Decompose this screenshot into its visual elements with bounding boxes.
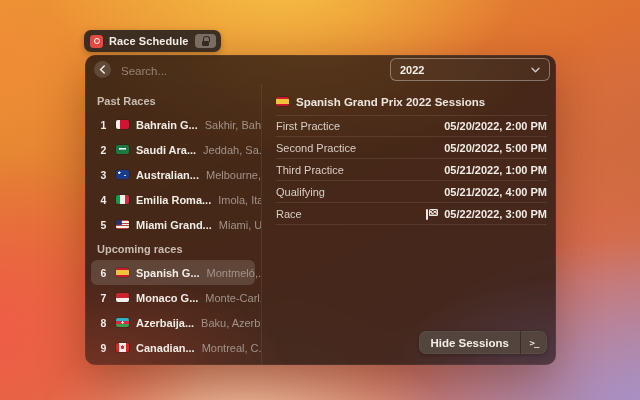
race-row[interactable]: 2Saudi Ara...Jeddah, Sa...: [91, 137, 255, 162]
sessions-panel: Spanish Grand Prix 2022 Sessions First P…: [262, 84, 556, 365]
race-name: Canadian...: [136, 342, 195, 354]
checkered-flag-icon: [425, 209, 439, 220]
country-flag-monaco: [116, 293, 129, 302]
race-location: Sakhir, Bahr...: [205, 119, 262, 131]
session-time: 05/20/2022, 5:00 PM: [444, 142, 547, 154]
country-flag-spain: [276, 97, 289, 106]
race-number: 5: [97, 219, 110, 231]
race-number: 6: [97, 267, 110, 279]
race-row[interactable]: 5Miami Grand...Miami, USA: [91, 212, 255, 237]
terminal-button[interactable]: >_: [520, 331, 547, 354]
race-name: Spanish G...: [136, 267, 200, 279]
country-flag-usa: [116, 220, 129, 229]
country-flag-azerbaijan: [116, 318, 129, 327]
session-label: Race: [276, 208, 302, 220]
race-row[interactable]: 3Australian...Melbourne,...: [91, 162, 255, 187]
search-placeholder: Search...: [121, 65, 167, 77]
session-label: Qualifying: [276, 186, 325, 198]
terminal-prompt-icon: >_: [530, 338, 539, 348]
chevron-down-icon: [531, 67, 540, 73]
race-number: 8: [97, 317, 110, 329]
race-row[interactable]: 7Monaco G...Monte-Carl...: [91, 285, 255, 310]
footer-button-group: Hide Sessions >_: [419, 331, 547, 354]
session-label: Third Practice: [276, 164, 344, 176]
session-row: Race05/22/2022, 3:00 PM: [276, 203, 547, 225]
session-label: Second Practice: [276, 142, 356, 154]
race-number: 9: [97, 342, 110, 354]
race-number: 2: [97, 144, 110, 156]
session-row: Third Practice05/21/2022, 1:00 PM: [276, 159, 547, 181]
session-time: 05/22/2022, 3:00 PM: [425, 208, 547, 220]
race-number: 7: [97, 292, 110, 304]
session-time: 05/20/2022, 2:00 PM: [444, 120, 547, 132]
chevron-left-icon: [99, 65, 106, 74]
country-flag-australia: [116, 170, 129, 179]
race-location: Melbourne,...: [206, 169, 262, 181]
race-number: 3: [97, 169, 110, 181]
session-time: 05/21/2022, 4:00 PM: [444, 186, 547, 198]
race-list: Past Races1Bahrain G...Sakhir, Bahr...2S…: [85, 84, 262, 365]
session-time: 05/21/2022, 1:00 PM: [444, 164, 547, 176]
sessions-header: Spanish Grand Prix 2022 Sessions: [276, 91, 547, 112]
race-row[interactable]: 8Azerbaija...Baku, Azerb...: [91, 310, 255, 335]
race-row[interactable]: 4Emilia Roma...Imola, Italy: [91, 187, 255, 212]
year-dropdown[interactable]: 2022: [390, 58, 550, 81]
topbar: Search... 2022: [85, 55, 556, 84]
race-number: 1: [97, 119, 110, 131]
year-dropdown-value: 2022: [400, 64, 531, 76]
race-location: Imola, Italy: [218, 194, 262, 206]
lock-icon[interactable]: [195, 34, 216, 48]
race-name: Saudi Ara...: [136, 144, 196, 156]
race-schedule-window: Search... 2022 Past Races1Bahrain G...Sa…: [85, 55, 556, 365]
race-location: Monte-Carl...: [205, 292, 262, 304]
race-name: Azerbaija...: [136, 317, 194, 329]
race-location: Montreal, C...: [202, 342, 262, 354]
section-label: Upcoming races: [85, 237, 261, 260]
race-location: Jeddah, Sa...: [203, 144, 262, 156]
country-flag-bahrain: [116, 120, 129, 129]
race-location: Miami, USA: [219, 219, 262, 231]
session-row: Qualifying05/21/2022, 4:00 PM: [276, 181, 547, 203]
race-name: Bahrain G...: [136, 119, 198, 131]
app-tab[interactable]: Race Schedule: [84, 30, 221, 52]
country-flag-saudi-arabia: [116, 145, 129, 154]
race-name: Australian...: [136, 169, 199, 181]
sessions-title: Spanish Grand Prix 2022 Sessions: [296, 96, 485, 108]
race-location: Baku, Azerb...: [201, 317, 262, 329]
session-row: Second Practice05/20/2022, 5:00 PM: [276, 137, 547, 159]
race-row[interactable]: 1Bahrain G...Sakhir, Bahr...: [91, 112, 255, 137]
session-row: First Practice05/20/2022, 2:00 PM: [276, 115, 547, 137]
race-row[interactable]: 9Canadian...Montreal, C...: [91, 335, 255, 360]
race-name: Emilia Roma...: [136, 194, 211, 206]
section-label: Past Races: [85, 89, 261, 112]
session-label: First Practice: [276, 120, 340, 132]
race-name: Monaco G...: [136, 292, 198, 304]
app-tab-title: Race Schedule: [109, 35, 189, 47]
race-row[interactable]: 6Spanish G...Montmeló,...: [91, 260, 255, 285]
back-button[interactable]: [94, 61, 111, 78]
session-list: First Practice05/20/2022, 2:00 PMSecond …: [276, 115, 547, 225]
record-icon: [90, 35, 103, 48]
hide-sessions-button[interactable]: Hide Sessions: [419, 331, 520, 354]
country-flag-italy: [116, 195, 129, 204]
race-number: 4: [97, 194, 110, 206]
country-flag-canada: [116, 343, 129, 352]
race-name: Miami Grand...: [136, 219, 212, 231]
race-location: Montmeló,...: [207, 267, 262, 279]
country-flag-spain: [116, 268, 129, 277]
